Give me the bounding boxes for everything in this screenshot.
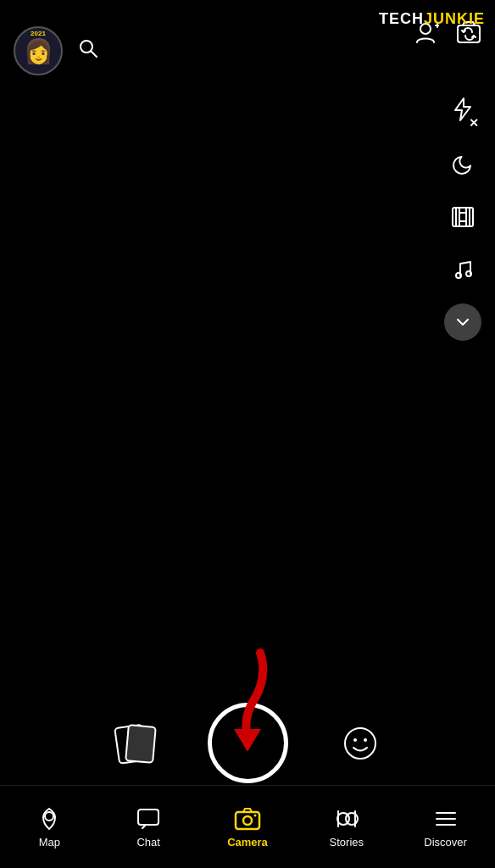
svg-point-10 xyxy=(456,273,461,278)
nav-item-camera[interactable]: Camera xyxy=(198,806,298,849)
search-button[interactable] xyxy=(76,36,100,66)
discover-icon xyxy=(433,806,459,832)
bottom-navigation: Map Chat Camera Stories xyxy=(0,785,495,868)
nav-item-chat[interactable]: Chat xyxy=(99,806,198,849)
avatar-year: 2021 xyxy=(31,30,46,37)
chevron-down-icon xyxy=(453,313,472,331)
svg-line-1 xyxy=(92,51,97,57)
camera-nav-icon xyxy=(234,806,261,832)
svg-rect-9 xyxy=(459,213,466,221)
watermark-junkie: JUNKIE xyxy=(424,10,485,27)
nav-label-camera: Camera xyxy=(227,836,268,849)
lens-button[interactable] xyxy=(339,722,381,765)
film-button[interactable] xyxy=(444,198,481,236)
watermark: TECHJUNKIE xyxy=(379,10,485,28)
night-mode-button[interactable] xyxy=(444,146,481,183)
music-button[interactable] xyxy=(444,251,481,288)
nav-item-stories[interactable]: Stories xyxy=(297,806,396,849)
svg-rect-16 xyxy=(138,810,159,825)
nav-label-map: Map xyxy=(39,836,60,849)
avatar[interactable]: 2021 👩 xyxy=(14,26,63,75)
svg-point-12 xyxy=(345,728,375,759)
flash-x-mark: ✕ xyxy=(469,116,479,130)
svg-point-11 xyxy=(466,271,471,276)
nav-label-discover: Discover xyxy=(424,836,467,849)
svg-point-15 xyxy=(45,812,53,821)
flash-off-button[interactable]: ✕ xyxy=(444,93,481,131)
music-icon xyxy=(452,259,474,281)
svg-point-14 xyxy=(364,738,367,742)
right-sidebar: ✕ xyxy=(444,93,481,341)
search-icon xyxy=(76,36,100,60)
card-front xyxy=(125,724,157,764)
svg-point-19 xyxy=(253,814,256,816)
camera-controls xyxy=(0,703,495,783)
smiley-icon xyxy=(342,726,378,761)
more-options-button[interactable] xyxy=(444,303,481,341)
stories-icon xyxy=(333,806,360,832)
film-icon xyxy=(451,206,475,228)
svg-point-13 xyxy=(353,738,357,742)
shutter-button[interactable] xyxy=(208,703,288,783)
svg-point-18 xyxy=(243,816,252,825)
nav-label-chat: Chat xyxy=(136,836,159,849)
nav-item-discover[interactable]: Discover xyxy=(396,806,495,849)
watermark-tech: TECH xyxy=(379,10,424,27)
map-icon xyxy=(36,806,62,832)
moon-icon xyxy=(452,153,474,175)
memories-button[interactable] xyxy=(114,722,157,765)
avatar-bitmoji: 👩 xyxy=(24,37,53,65)
nav-item-map[interactable]: Map xyxy=(0,806,99,849)
chat-icon xyxy=(136,806,161,832)
nav-label-stories: Stories xyxy=(330,836,364,849)
